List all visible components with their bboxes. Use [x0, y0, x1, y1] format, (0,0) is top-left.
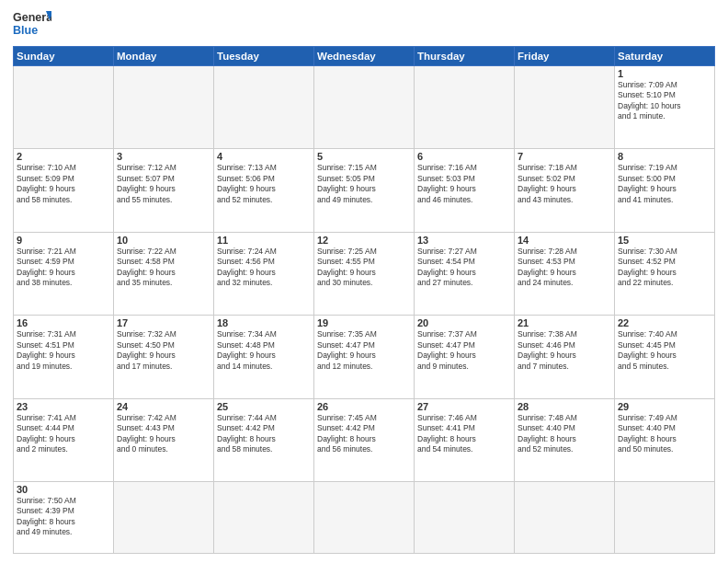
calendar-cell: [515, 481, 615, 553]
day-info: Sunrise: 7:10 AM Sunset: 5:09 PM Dayligh…: [17, 163, 110, 205]
calendar-week-1: 1Sunrise: 7:09 AM Sunset: 5:10 PM Daylig…: [14, 66, 715, 149]
calendar-cell: 12Sunrise: 7:25 AM Sunset: 4:55 PM Dayli…: [314, 232, 415, 315]
day-info: Sunrise: 7:09 AM Sunset: 5:10 PM Dayligh…: [618, 80, 711, 122]
calendar-week-5: 23Sunrise: 7:41 AM Sunset: 4:44 PM Dayli…: [14, 398, 715, 481]
calendar-cell: [314, 481, 415, 553]
calendar-cell: 27Sunrise: 7:46 AM Sunset: 4:41 PM Dayli…: [415, 398, 515, 481]
calendar-cell: [114, 481, 214, 553]
day-number: 26: [317, 401, 411, 412]
day-info: Sunrise: 7:49 AM Sunset: 4:40 PM Dayligh…: [618, 413, 711, 455]
calendar-cell: 20Sunrise: 7:37 AM Sunset: 4:47 PM Dayli…: [415, 316, 515, 398]
day-number: 18: [217, 317, 311, 328]
header: General Blue: [13, 9, 715, 40]
day-info: Sunrise: 7:16 AM Sunset: 5:03 PM Dayligh…: [417, 163, 511, 205]
svg-text:Blue: Blue: [13, 24, 38, 37]
calendar-cell: 5Sunrise: 7:15 AM Sunset: 5:05 PM Daylig…: [314, 149, 415, 232]
day-info: Sunrise: 7:34 AM Sunset: 4:48 PM Dayligh…: [217, 329, 311, 372]
day-info: Sunrise: 7:42 AM Sunset: 4:43 PM Dayligh…: [117, 413, 210, 455]
calendar-week-3: 9Sunrise: 7:21 AM Sunset: 4:59 PM Daylig…: [14, 232, 715, 315]
day-number: 22: [618, 317, 711, 328]
day-info: Sunrise: 7:21 AM Sunset: 4:59 PM Dayligh…: [17, 247, 110, 289]
day-info: Sunrise: 7:35 AM Sunset: 4:47 PM Dayligh…: [317, 329, 411, 372]
svg-text:General: General: [13, 11, 51, 24]
calendar-cell: 26Sunrise: 7:45 AM Sunset: 4:42 PM Dayli…: [314, 398, 415, 481]
calendar-cell: [114, 66, 214, 149]
day-info: Sunrise: 7:22 AM Sunset: 4:58 PM Dayligh…: [117, 247, 210, 289]
day-number: 19: [317, 317, 411, 328]
day-number: 10: [117, 235, 210, 246]
calendar-week-4: 16Sunrise: 7:31 AM Sunset: 4:51 PM Dayli…: [14, 316, 715, 398]
day-info: Sunrise: 7:38 AM Sunset: 4:46 PM Dayligh…: [518, 329, 611, 372]
day-info: Sunrise: 7:27 AM Sunset: 4:54 PM Dayligh…: [417, 247, 511, 289]
day-number: 16: [17, 317, 110, 328]
weekday-header-saturday: Saturday: [615, 47, 715, 66]
calendar-table: SundayMondayTuesdayWednesdayThursdayFrid…: [13, 46, 715, 554]
calendar-cell: 7Sunrise: 7:18 AM Sunset: 5:02 PM Daylig…: [515, 149, 615, 232]
day-number: 30: [17, 484, 110, 495]
calendar-cell: [214, 481, 314, 553]
day-info: Sunrise: 7:19 AM Sunset: 5:00 PM Dayligh…: [618, 163, 711, 205]
day-number: 4: [217, 151, 311, 162]
day-number: 9: [17, 235, 110, 246]
calendar-cell: 16Sunrise: 7:31 AM Sunset: 4:51 PM Dayli…: [14, 316, 114, 398]
calendar-cell: 4Sunrise: 7:13 AM Sunset: 5:06 PM Daylig…: [214, 149, 314, 232]
calendar-cell: 10Sunrise: 7:22 AM Sunset: 4:58 PM Dayli…: [114, 232, 214, 315]
day-number: 24: [117, 401, 210, 412]
day-number: 5: [317, 151, 411, 162]
day-number: 3: [117, 151, 210, 162]
day-number: 14: [518, 235, 611, 246]
day-number: 13: [417, 235, 511, 246]
day-info: Sunrise: 7:44 AM Sunset: 4:42 PM Dayligh…: [217, 413, 311, 455]
calendar-cell: 24Sunrise: 7:42 AM Sunset: 4:43 PM Dayli…: [114, 398, 214, 481]
day-info: Sunrise: 7:31 AM Sunset: 4:51 PM Dayligh…: [17, 329, 110, 372]
day-number: 21: [518, 317, 611, 328]
weekday-header-monday: Monday: [114, 47, 214, 66]
day-number: 25: [217, 401, 311, 412]
calendar-cell: [415, 481, 515, 553]
calendar-cell: [515, 66, 615, 149]
calendar-cell: [14, 66, 114, 149]
calendar-cell: 19Sunrise: 7:35 AM Sunset: 4:47 PM Dayli…: [314, 316, 415, 398]
day-number: 12: [317, 235, 411, 246]
day-number: 28: [518, 401, 611, 412]
calendar-cell: 6Sunrise: 7:16 AM Sunset: 5:03 PM Daylig…: [415, 149, 515, 232]
logo: General Blue: [13, 9, 51, 40]
day-number: 17: [117, 317, 210, 328]
calendar-cell: 11Sunrise: 7:24 AM Sunset: 4:56 PM Dayli…: [214, 232, 314, 315]
calendar-week-2: 2Sunrise: 7:10 AM Sunset: 5:09 PM Daylig…: [14, 149, 715, 232]
day-number: 15: [618, 235, 711, 246]
calendar-cell: 21Sunrise: 7:38 AM Sunset: 4:46 PM Dayli…: [515, 316, 615, 398]
calendar-cell: [214, 66, 314, 149]
day-info: Sunrise: 7:37 AM Sunset: 4:47 PM Dayligh…: [417, 329, 511, 372]
day-info: Sunrise: 7:24 AM Sunset: 4:56 PM Dayligh…: [217, 247, 311, 289]
calendar-cell: 25Sunrise: 7:44 AM Sunset: 4:42 PM Dayli…: [214, 398, 314, 481]
calendar-cell: 15Sunrise: 7:30 AM Sunset: 4:52 PM Dayli…: [615, 232, 715, 315]
weekday-header-friday: Friday: [515, 47, 615, 66]
calendar-cell: 9Sunrise: 7:21 AM Sunset: 4:59 PM Daylig…: [14, 232, 114, 315]
day-info: Sunrise: 7:32 AM Sunset: 4:50 PM Dayligh…: [117, 329, 210, 372]
day-number: 11: [217, 235, 311, 246]
day-info: Sunrise: 7:28 AM Sunset: 4:53 PM Dayligh…: [518, 247, 611, 289]
day-info: Sunrise: 7:15 AM Sunset: 5:05 PM Dayligh…: [317, 163, 411, 205]
day-info: Sunrise: 7:50 AM Sunset: 4:39 PM Dayligh…: [17, 496, 110, 538]
day-number: 1: [618, 68, 711, 79]
day-info: Sunrise: 7:46 AM Sunset: 4:41 PM Dayligh…: [417, 413, 511, 455]
day-info: Sunrise: 7:25 AM Sunset: 4:55 PM Dayligh…: [317, 247, 411, 289]
calendar-cell: 23Sunrise: 7:41 AM Sunset: 4:44 PM Dayli…: [14, 398, 114, 481]
calendar-cell: 3Sunrise: 7:12 AM Sunset: 5:07 PM Daylig…: [114, 149, 214, 232]
calendar-cell: 8Sunrise: 7:19 AM Sunset: 5:00 PM Daylig…: [615, 149, 715, 232]
day-info: Sunrise: 7:45 AM Sunset: 4:42 PM Dayligh…: [317, 413, 411, 455]
calendar-cell: [615, 481, 715, 553]
day-number: 8: [618, 151, 711, 162]
day-number: 20: [417, 317, 511, 328]
day-info: Sunrise: 7:18 AM Sunset: 5:02 PM Dayligh…: [518, 163, 611, 205]
calendar-cell: 18Sunrise: 7:34 AM Sunset: 4:48 PM Dayli…: [214, 316, 314, 398]
calendar-cell: 1Sunrise: 7:09 AM Sunset: 5:10 PM Daylig…: [615, 66, 715, 149]
calendar-cell: 14Sunrise: 7:28 AM Sunset: 4:53 PM Dayli…: [515, 232, 615, 315]
day-number: 6: [417, 151, 511, 162]
calendar-header-row: SundayMondayTuesdayWednesdayThursdayFrid…: [14, 47, 715, 66]
calendar-week-6: 30Sunrise: 7:50 AM Sunset: 4:39 PM Dayli…: [14, 481, 715, 553]
calendar-cell: 13Sunrise: 7:27 AM Sunset: 4:54 PM Dayli…: [415, 232, 515, 315]
day-number: 2: [17, 151, 110, 162]
weekday-header-tuesday: Tuesday: [214, 47, 314, 66]
